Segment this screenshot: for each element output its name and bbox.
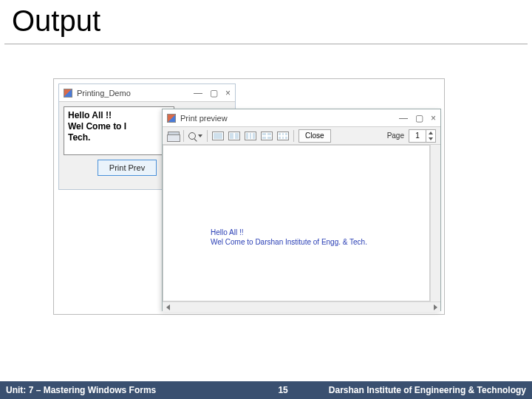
titlebar: Print preview — ▢ ×: [163, 109, 440, 127]
page-label: Page: [387, 132, 404, 140]
title-divider: [4, 44, 528, 44]
separator: [183, 130, 184, 142]
page-down-button[interactable]: [426, 136, 435, 142]
zoom-dropdown[interactable]: [188, 132, 202, 140]
close-button[interactable]: ×: [225, 88, 231, 98]
separator: [293, 130, 294, 142]
footer-page-number: 15: [156, 385, 329, 395]
close-preview-button[interactable]: Close: [299, 129, 331, 143]
scroll-right-button[interactable]: [431, 303, 440, 312]
maximize-button[interactable]: ▢: [415, 113, 423, 123]
preview-text: Hello All !! Wel Come to Darshan Institu…: [211, 228, 367, 247]
maximize-button[interactable]: ▢: [210, 88, 218, 98]
footer-right: Darshan Institute of Engineering & Techn…: [329, 385, 532, 395]
layout-6page-button[interactable]: [277, 132, 289, 140]
titlebar: Printing_Demo — ▢ ×: [59, 84, 235, 102]
zoom-icon: [188, 132, 196, 140]
print-icon[interactable]: [167, 132, 179, 140]
screenshot-frame: Printing_Demo — ▢ × Hello All !! Wel Com…: [53, 78, 445, 315]
page-spinner[interactable]: 1: [409, 129, 436, 143]
chevron-down-icon: [198, 134, 202, 137]
horizontal-scrollbar[interactable]: [163, 301, 440, 312]
layout-3page-button[interactable]: [245, 132, 256, 140]
slide-footer: Unit: 7 – Mastering Windows Forms 15 Dar…: [0, 381, 532, 399]
vertical-scrollbar[interactable]: [430, 145, 440, 301]
form-icon: [64, 89, 72, 98]
message-textbox[interactable]: Hello All !! Wel Come to I Tech.: [64, 106, 174, 155]
preview-client: Hello All !! Wel Come to Darshan Institu…: [163, 145, 440, 312]
window-title: Print preview: [180, 114, 228, 123]
minimize-button[interactable]: —: [194, 88, 202, 98]
footer-left: Unit: 7 – Mastering Windows Forms: [0, 385, 156, 395]
layout-1page-button[interactable]: [212, 132, 224, 140]
layout-2page-button[interactable]: [228, 132, 240, 140]
print-preview-button[interactable]: Print Prev: [98, 160, 157, 176]
close-button[interactable]: ×: [431, 113, 436, 123]
page-up-button[interactable]: [426, 130, 435, 136]
window-title: Printing_Demo: [77, 89, 131, 98]
form-icon: [167, 114, 176, 123]
layout-4page-button[interactable]: [261, 132, 273, 140]
preview-canvas: Hello All !! Wel Come to Darshan Institu…: [163, 145, 430, 301]
preview-toolbar: Close Page 1: [163, 127, 440, 145]
preview-page: Hello All !! Wel Come to Darshan Institu…: [169, 149, 423, 298]
minimize-button[interactable]: —: [399, 113, 408, 123]
separator: [207, 130, 208, 142]
slide-title: Output: [0, 0, 532, 44]
scroll-left-button[interactable]: [163, 303, 172, 312]
window-print-preview: Print preview — ▢ × Close Page: [162, 109, 441, 311]
page-value: 1: [409, 132, 426, 140]
